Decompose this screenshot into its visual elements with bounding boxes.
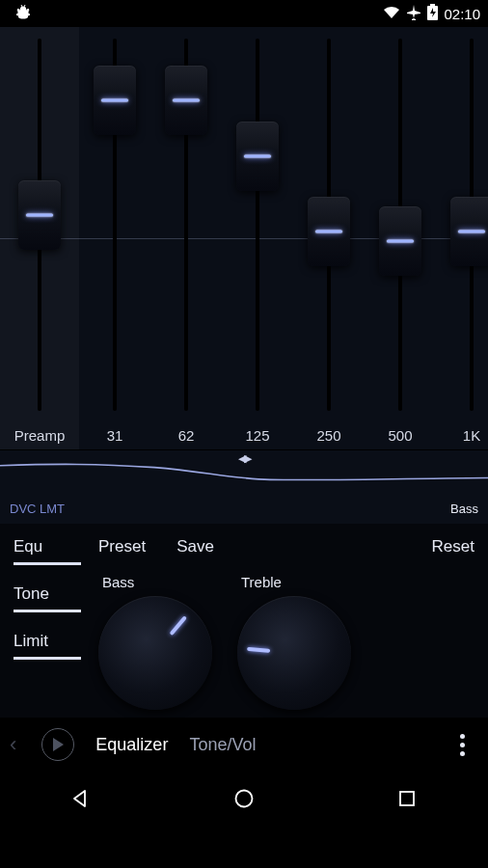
preset-name-label: Bass	[450, 502, 478, 516]
back-chevron-icon[interactable]: ‹	[10, 732, 16, 757]
band-column-500: 500	[365, 27, 436, 449]
svg-rect-1	[400, 792, 414, 805]
band-label-1K: 1K	[436, 422, 488, 449]
status-time: 02:10	[444, 6, 480, 22]
android-nav-bar	[0, 772, 488, 826]
controls-panel: Equ Tone Limit Preset Save Reset Bass Tr…	[0, 524, 488, 718]
preset-button[interactable]: Preset	[98, 537, 146, 556]
band-column-250: 250	[293, 27, 365, 449]
toggle-column: Equ Tone Limit	[14, 537, 81, 710]
band-column-62: 62	[150, 27, 222, 449]
preamp-label: Preamp	[0, 422, 79, 449]
tab-equalizer[interactable]: Equalizer	[95, 735, 168, 755]
battery-charging-icon	[427, 4, 438, 23]
band-label-62: 62	[150, 422, 222, 449]
status-bar: 02:10	[0, 0, 488, 27]
treble-knob[interactable]	[237, 596, 351, 710]
debug-icon	[15, 4, 31, 24]
tone-toggle[interactable]: Tone	[14, 584, 81, 612]
treble-knob-label: Treble	[241, 574, 282, 590]
band-slider-62[interactable]	[150, 27, 222, 422]
band-slider-250[interactable]	[293, 27, 365, 422]
action-row: Preset Save Reset	[98, 537, 474, 556]
play-button[interactable]	[41, 728, 74, 761]
tab-tonevol[interactable]: Tone/Vol	[189, 735, 256, 755]
preamp-slider[interactable]	[0, 27, 79, 422]
band-label-125: 125	[222, 422, 293, 449]
nav-home-icon[interactable]	[223, 777, 265, 820]
svg-point-0	[235, 791, 252, 807]
more-menu-icon[interactable]	[452, 726, 473, 764]
eq-bands: 31621252505001K	[79, 27, 488, 449]
band-column-1K: 1K	[436, 27, 488, 449]
band-column-31: 31	[79, 27, 150, 449]
bass-knob-label: Bass	[102, 574, 134, 590]
nav-back-icon[interactable]	[60, 777, 102, 820]
reset-button[interactable]: Reset	[432, 537, 474, 556]
band-slider-31[interactable]	[79, 27, 150, 422]
nav-recent-icon[interactable]	[386, 777, 428, 820]
band-label-250: 250	[293, 422, 365, 449]
band-label-31: 31	[79, 422, 150, 449]
limit-toggle[interactable]: Limit	[14, 632, 81, 660]
response-curve[interactable]: ◀▶	[0, 449, 488, 498]
curve-handle-icon[interactable]: ◀▶	[238, 452, 250, 465]
band-label-500: 500	[365, 422, 436, 449]
bass-knob[interactable]	[98, 596, 212, 710]
band-slider-500[interactable]	[365, 27, 436, 422]
airplane-icon	[406, 5, 421, 23]
equalizer-sliders: Preamp 31621252505001K	[0, 27, 488, 449]
band-slider-125[interactable]	[222, 27, 293, 422]
knob-row: Bass Treble	[98, 574, 474, 710]
save-button[interactable]: Save	[176, 537, 214, 556]
wifi-icon	[383, 6, 400, 22]
curve-labels: DVC LMT Bass	[0, 498, 488, 524]
preamp-column: Preamp	[0, 27, 79, 449]
dvc-lmt-label: DVC LMT	[10, 502, 65, 516]
bottom-tab-bar: ‹ Equalizer Tone/Vol	[0, 718, 488, 772]
band-column-125: 125	[222, 27, 293, 449]
equ-toggle[interactable]: Equ	[14, 537, 81, 565]
band-slider-1K[interactable]	[436, 27, 488, 422]
